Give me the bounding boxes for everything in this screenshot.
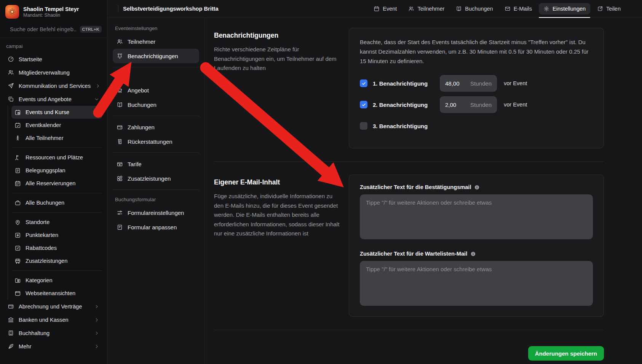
calculator-icon xyxy=(8,330,14,336)
unit-label: Stunden xyxy=(470,80,492,87)
tab-einstellungen[interactable]: Einstellungen xyxy=(539,3,590,14)
tab-buchungen[interactable]: Buchungen xyxy=(451,3,497,14)
checkbox-unchecked[interactable] xyxy=(360,122,367,130)
panel-item-teilnehmer[interactable]: Teilnehmer xyxy=(113,34,199,49)
calendar-icon xyxy=(374,6,380,12)
sidebar-item-alle-teilnehmer[interactable]: Alle Teilnehmer xyxy=(11,132,102,145)
briefcase-icon xyxy=(14,200,21,206)
panel-item-zusatzleistungen[interactable]: Zusatzleistungen xyxy=(113,171,199,186)
email-field-label: Zusätzlicher Text für die Wartelisten-Ma… xyxy=(360,251,467,257)
sidebar-item-rabattcodes[interactable]: Rabattcodes xyxy=(11,242,102,254)
notification-rows: 1. BenachrichtigungStundenvor Event2. Be… xyxy=(360,75,593,134)
bus-icon xyxy=(14,258,21,264)
sidebar-item-events-und-angebote[interactable]: Events und Angebote xyxy=(5,92,102,106)
sidebar-item-buchhaltung[interactable]: Buchhaltung xyxy=(5,326,102,340)
feather-icon xyxy=(8,343,14,350)
gear-icon xyxy=(543,6,549,12)
chevron-right-icon xyxy=(94,344,99,349)
chevron-right-icon xyxy=(94,304,99,309)
notifications-title: Benachrichtigungen xyxy=(214,32,340,40)
panel-item-label: Formular anpassen xyxy=(128,224,177,230)
org-subtitle: Mandant: Shaolin xyxy=(23,13,97,18)
notifications-card: Beachte, dass der Start des Events tatsä… xyxy=(349,28,604,148)
send-icon xyxy=(8,83,14,89)
sidebar-item-kategorien[interactable]: Kategorien xyxy=(11,274,102,287)
panel-item-benachrichtigungen[interactable]: Benachrichtigungen xyxy=(113,49,199,63)
search-input[interactable]: Suche oder Befehl eingeb... CTRL+K xyxy=(0,22,107,38)
nav-divider xyxy=(12,212,102,213)
panel-item-buchungen[interactable]: Buchungen xyxy=(113,97,199,112)
tab-teilen[interactable]: Teilen xyxy=(592,3,625,14)
checkbox-checked[interactable] xyxy=(360,101,367,108)
cart-icon xyxy=(117,87,123,94)
sidebar-item-label: Standorte xyxy=(26,219,50,225)
sidebar-item-mitgliederverwaltung[interactable]: Mitgliederverwaltung xyxy=(5,66,102,79)
panel-divider xyxy=(113,67,199,67)
sidebar-item-label: Buchhaltung xyxy=(19,330,50,336)
sidebar-item-eventkalender[interactable]: Eventkalender xyxy=(11,119,102,132)
search-shortcut-badge: CTRL+K xyxy=(80,26,102,33)
footer-divider xyxy=(214,330,604,330)
search-placeholder: Suche oder Befehl eingeb... xyxy=(10,26,76,32)
hours-input[interactable] xyxy=(445,102,468,108)
sidebar-item-ressourcen-und-plätze[interactable]: Ressourcen und Plätze xyxy=(11,151,102,164)
top-header: Selbstverteidigungsworkshop Britta Event… xyxy=(107,0,642,18)
sidebar-item-punktekarten[interactable]: Punktekarten xyxy=(11,229,102,242)
map-pin-icon xyxy=(14,219,21,226)
panel-item-formular-anpassen[interactable]: Formular anpassen xyxy=(113,220,199,234)
panel-item-zahlungen[interactable]: Zahlungen xyxy=(113,120,199,134)
checkbox-checked[interactable] xyxy=(360,79,367,87)
sidebar-item-label: Kommunikation und Services xyxy=(19,83,91,89)
sidebar-item-alle-buchungen[interactable]: Alle Buchungen xyxy=(11,196,102,209)
sidebar-item-alle-reservierungen[interactable]: Alle Reservierungen xyxy=(11,177,102,190)
sidebar-item-webseitenansichten[interactable]: Webseitenansichten xyxy=(11,287,102,300)
org-text: Shaolin Tempel Steyr Mandant: Shaolin xyxy=(23,6,97,18)
points-card-icon xyxy=(14,232,21,238)
sidebar-item-label: Belegunggsplan xyxy=(26,167,65,173)
wallet-icon xyxy=(117,124,123,130)
chevron-right-icon xyxy=(94,317,99,323)
save-changes-button[interactable]: Änderungen speichern xyxy=(528,346,604,361)
percent-icon xyxy=(14,245,21,251)
tab-label: Einstellungen xyxy=(553,6,586,12)
panel-item-label: Angebot xyxy=(128,87,149,94)
sidebar-item-events-und-kurse[interactable]: Events und Kurse xyxy=(11,106,102,119)
sidebar-item-banken-und-kassen[interactable]: Banken und Kassen xyxy=(5,313,102,326)
panel-item-tarife[interactable]: Tarife xyxy=(113,157,199,171)
panel-item-angebot[interactable]: Angebot xyxy=(113,83,199,97)
hours-input-box: Stunden xyxy=(440,75,497,92)
org-switcher[interactable]: Shaolin Tempel Steyr Mandant: Shaolin xyxy=(0,0,107,22)
sidebar-item-zusatzleistungen[interactable]: Zusatzleistungen xyxy=(11,254,102,267)
document-icon xyxy=(14,167,21,174)
sidebar-item-label: Mehr xyxy=(19,343,31,350)
hours-input[interactable] xyxy=(445,80,468,87)
tab-label: Event xyxy=(383,6,397,12)
sidebar-item-kommunikation-und-services[interactable]: Kommunikation und Services xyxy=(5,79,102,92)
tab-label: Teilen xyxy=(606,6,621,12)
sidebar-item-startseite[interactable]: Startseite xyxy=(5,52,102,66)
email-textarea[interactable] xyxy=(360,261,593,306)
gauge-icon xyxy=(8,56,14,62)
sidebar-item-belegunggsplan[interactable]: Belegunggsplan xyxy=(11,164,102,177)
form-icon xyxy=(117,224,123,230)
panel-item-label: Buchungen xyxy=(128,102,157,108)
sliders-icon xyxy=(117,210,123,216)
tab-teilnehmer[interactable]: Teilnehmer xyxy=(404,3,449,14)
tab-label: Buchungen xyxy=(465,6,493,12)
sidebar-item-standorte[interactable]: Standorte xyxy=(11,216,102,229)
wallet-icon xyxy=(8,303,14,310)
panel-item-label: Benachrichtigungen xyxy=(128,53,178,59)
panel-item-label: Tarife xyxy=(128,161,142,167)
sidebar-item-abrechnung-und-verträge[interactable]: Abrechnung und Verträge xyxy=(5,300,102,313)
tab-event[interactable]: Event xyxy=(369,3,401,14)
notification-row: 1. BenachrichtigungStundenvor Event xyxy=(360,75,593,92)
panel-item-rückerstattungen[interactable]: Rückerstattungen xyxy=(113,134,199,149)
sidebar-item-mehr[interactable]: Mehr xyxy=(5,340,102,353)
sidebar-item-label: Rabattcodes xyxy=(26,245,57,251)
sidebar-item-label: Ressourcen und Plätze xyxy=(26,154,83,161)
notification-row: 3. Benachrichtigung xyxy=(360,118,593,134)
email-textarea[interactable] xyxy=(360,194,593,239)
panel-item-formulareinstellungen[interactable]: Formulareinstellungen xyxy=(113,205,199,220)
tab-e-mails[interactable]: E-Mails xyxy=(500,3,537,14)
unit-label: Stunden xyxy=(470,102,492,108)
